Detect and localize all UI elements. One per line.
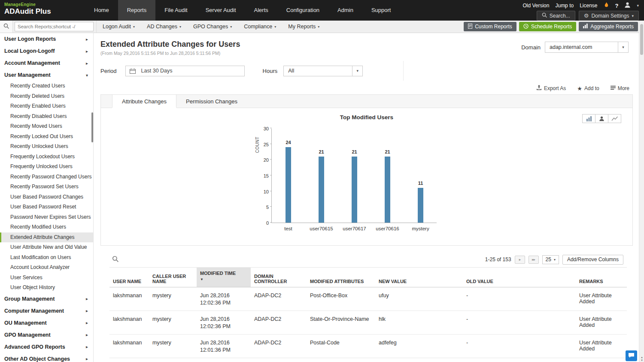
sidebar-scrollbar-thumb[interactable] [91,112,93,142]
sidebar-subitem-password-never-expires-set-users[interactable]: Password Never Expires Set Users [0,212,93,223]
y-tick-label: 20 [264,157,269,163]
nav-item-home[interactable]: Home [85,0,118,21]
menu-ad-changes[interactable]: AD Changes▾ [141,21,187,33]
table-row[interactable]: lakshmananmysteryJun 28,201612:01:36 PMA… [109,335,627,358]
table-row[interactable]: lakshmananmysteryJun 28,201612:02:36 PMA… [109,311,627,335]
add-remove-columns-button[interactable]: Add/Remove Columns [562,255,623,265]
table-search-icon[interactable] [112,256,118,264]
nav-item-alerts[interactable]: Alerts [245,0,277,21]
line-chart-view-button[interactable] [608,114,621,123]
scrollbar-thumb[interactable] [640,24,643,55]
chat-widget-button[interactable] [626,350,637,361]
sidebar-subitem-frequently-unlocked-users[interactable]: Frequently Unlocked Users [0,162,93,172]
nav-item-admin[interactable]: Admin [328,0,362,21]
nav-item-configuration[interactable]: Configuration [277,0,328,21]
sidebar-subitem-user-based-password-changes[interactable]: User Based Password Changes [0,192,93,202]
column-header-modified-attributes[interactable]: MODIFIED ATTRIBUTES [307,268,375,287]
sidebar-subitem-recently-created-users[interactable]: Recently Created Users [0,81,93,91]
table-row[interactable]: lakshmananmysteryJun 28,201612:02:36 PMA… [109,287,627,311]
help-icon[interactable]: ? [615,3,619,9]
aggregate-reports-button[interactable]: Aggregate Reports [579,22,638,31]
page-size-select[interactable]: 25 ▾ [542,255,559,264]
user-view-button[interactable] [595,114,608,123]
sidebar-subitem-account-lockout-analyzer[interactable]: Account Lockout Analyzer [0,262,93,273]
sidebar-item-user-management[interactable]: User Management▾ [0,69,93,81]
chart-type-tools [583,114,621,123]
sidebar-subitem-last-modification-on-users[interactable]: Last Modification on Users [0,253,93,263]
sidebar-subitem-frequently-lockedout-users[interactable]: Frequently Lockedout Users [0,152,93,162]
column-header-new-value[interactable]: NEW VALUE [375,268,463,287]
menu-gpo-changes[interactable]: GPO Changes▾ [187,21,238,33]
menu-logon-audit[interactable]: Logon Audit▾ [97,21,141,33]
domain-select[interactable]: adap.internal.com ▾ [545,42,629,53]
sidebar-subitem-user-services[interactable]: User Services [0,273,93,283]
sidebar-item-group-management[interactable]: Group Management▸ [0,293,93,305]
column-header-user-name[interactable]: USER NAME [109,268,149,287]
tab-permission-changes[interactable]: Permission Changes [176,95,247,108]
column-header-label: CALLER USER NAME [152,274,186,284]
sidebar-item-user-logon-reports[interactable]: User Logon Reports▸ [0,33,93,45]
column-header-domain-controller[interactable]: DOMAIN CONTROLLER [251,268,307,287]
sidebar-item-local-logon-logoff[interactable]: Local Logon-Logoff▸ [0,45,93,57]
utility-link-license[interactable]: License [580,3,597,9]
sidebar-subitem-recently-disabled-users[interactable]: Recently Disabled Users [0,112,93,122]
chevron-right-icon: ▸ [86,49,88,54]
sidebar-subitem-recently-modified-users[interactable]: Recently Modified Users [0,222,93,232]
bar-value-label: 21 [319,149,324,154]
user-avatar-icon[interactable] [624,2,631,9]
next-page-button[interactable]: ▸ [515,256,525,264]
column-header-remarks[interactable]: REMARKS [576,268,627,287]
flame-icon[interactable] [604,2,609,9]
sidebar-subitem-recently-deleted-users[interactable]: Recently Deleted Users [0,91,93,102]
sidebar-item-label: OU Management [4,320,47,326]
scrollbar-arrows[interactable]: ▴▾ [639,356,644,362]
custom-reports-label: Custom Reports [475,24,512,30]
nav-item-server-audit[interactable]: Server Audit [197,0,245,21]
nav-item-file-audit[interactable]: File Audit [155,0,196,21]
nav-item-reports[interactable]: Reports [118,0,156,21]
nav-item-support[interactable]: Support [362,0,400,21]
bar-chart-view-button[interactable] [582,114,595,123]
page-scrollbar[interactable]: ▴▾ [639,21,644,362]
account-chevron-down-icon[interactable]: ▾ [637,3,639,8]
report-search-input[interactable] [15,22,94,31]
sidebar-subitem-recently-locked-out-users[interactable]: Recently Locked Out Users [0,132,93,142]
sidebar-subitem-recently-enabled-users[interactable]: Recently Enabled Users [0,101,93,112]
custom-reports-button[interactable]: Custom Reports [464,22,516,31]
export-as-button[interactable]: Export As [536,84,566,93]
sidebar-subitem-recently-password-changed-users[interactable]: Recently Password Changed Users [0,172,93,182]
column-header-old-value[interactable]: OLD VALUE [463,268,576,287]
domain-settings-button[interactable]: ⚙ Domain Settings ▾ [579,11,639,21]
sidebar-subitem-user-object-history[interactable]: User Object History [0,283,93,293]
column-header-modified-time[interactable]: MODIFIED TIME▼ [197,268,251,287]
chart-title: Top Modified Users [101,108,632,121]
sidebar-item-computer-management[interactable]: Computer Management▸ [0,305,93,317]
sidebar-subitem-recently-moved-users[interactable]: Recently Moved Users [0,121,93,132]
sidebar-item-gpo-management[interactable]: GPO Management▸ [0,329,93,341]
report-date-range: (From May 29,2016 5:11:56 PM to Jun 28,2… [100,51,240,56]
hours-select[interactable]: All ▾ [283,66,363,76]
sidebar-subitem-user-based-password-reset[interactable]: User Based Password Reset [0,202,93,212]
search-button[interactable]: Search... [537,11,575,21]
sidebar-item-other-ad-object-changes[interactable]: Other AD Object Changes▸ [0,353,93,362]
sidebar-subitem-recently-unlocked-users[interactable]: Recently Unlocked Users [0,142,93,152]
sidebar-subitem-recently-password-set-users[interactable]: Recently Password Set Users [0,182,93,192]
sidebar-subitem-extended-attribute-changes[interactable]: Extended Attribute Changes [0,232,93,243]
last-page-button[interactable]: ▸▸ [529,256,539,264]
sidebar-item-advanced-gpo-reports[interactable]: Advanced GPO Reports▸ [0,341,93,353]
utility-link-jump-to[interactable]: Jump to [555,3,574,9]
utility-link-old-version[interactable]: Old Version [522,3,549,9]
chevron-down-icon: ▾ [554,258,556,262]
menu-compliance[interactable]: Compliance▾ [238,21,282,33]
menu-my-reports[interactable]: My Reports▾ [282,21,325,33]
tab-attribute-changes[interactable]: Attribute Changes [112,95,176,108]
sidebar-item-ou-management[interactable]: OU Management▸ [0,317,93,329]
period-picker[interactable]: Last 30 Days [125,66,245,76]
more-button[interactable]: More [611,84,629,93]
schedule-reports-button[interactable]: Schedule Reports [519,22,576,31]
add-to-button[interactable]: ★ Add to [577,84,599,93]
sidebar-search-button[interactable] [0,21,13,33]
column-header-caller-user-name[interactable]: CALLER USER NAME [149,268,197,287]
sidebar-item-account-management[interactable]: Account Management▸ [0,57,93,69]
sidebar-subitem-user-attribute-new-and-old-value[interactable]: User Attribute New and Old Value [0,242,93,253]
